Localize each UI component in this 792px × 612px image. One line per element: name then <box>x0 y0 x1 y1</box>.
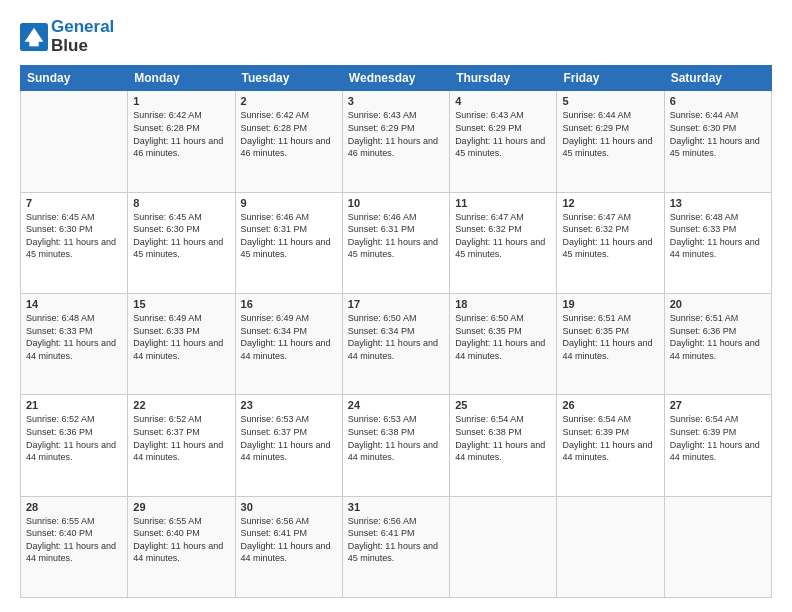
svg-rect-2 <box>29 39 38 46</box>
day-cell: 28Sunrise: 6:55 AMSunset: 6:40 PMDayligh… <box>21 496 128 597</box>
day-cell: 24Sunrise: 6:53 AMSunset: 6:38 PMDayligh… <box>342 395 449 496</box>
day-cell: 22Sunrise: 6:52 AMSunset: 6:37 PMDayligh… <box>128 395 235 496</box>
day-number: 17 <box>348 298 444 310</box>
day-number: 7 <box>26 197 122 209</box>
day-info: Sunrise: 6:56 AMSunset: 6:41 PMDaylight:… <box>348 515 444 565</box>
day-number: 5 <box>562 95 658 107</box>
day-info: Sunrise: 6:45 AMSunset: 6:30 PMDaylight:… <box>133 211 229 261</box>
day-cell <box>557 496 664 597</box>
day-number: 25 <box>455 399 551 411</box>
day-cell: 14Sunrise: 6:48 AMSunset: 6:33 PMDayligh… <box>21 294 128 395</box>
logo-icon <box>20 23 48 51</box>
day-cell: 3Sunrise: 6:43 AMSunset: 6:29 PMDaylight… <box>342 91 449 192</box>
day-cell: 6Sunrise: 6:44 AMSunset: 6:30 PMDaylight… <box>664 91 771 192</box>
day-cell: 7Sunrise: 6:45 AMSunset: 6:30 PMDaylight… <box>21 192 128 293</box>
day-number: 23 <box>241 399 337 411</box>
logo: GeneralBlue <box>20 18 114 55</box>
day-cell <box>450 496 557 597</box>
day-cell: 18Sunrise: 6:50 AMSunset: 6:35 PMDayligh… <box>450 294 557 395</box>
day-info: Sunrise: 6:51 AMSunset: 6:36 PMDaylight:… <box>670 312 766 362</box>
day-number: 14 <box>26 298 122 310</box>
day-cell: 12Sunrise: 6:47 AMSunset: 6:32 PMDayligh… <box>557 192 664 293</box>
day-info: Sunrise: 6:52 AMSunset: 6:37 PMDaylight:… <box>133 413 229 463</box>
day-header-monday: Monday <box>128 66 235 91</box>
day-number: 15 <box>133 298 229 310</box>
day-number: 21 <box>26 399 122 411</box>
day-info: Sunrise: 6:54 AMSunset: 6:38 PMDaylight:… <box>455 413 551 463</box>
day-header-friday: Friday <box>557 66 664 91</box>
day-cell: 11Sunrise: 6:47 AMSunset: 6:32 PMDayligh… <box>450 192 557 293</box>
day-cell: 9Sunrise: 6:46 AMSunset: 6:31 PMDaylight… <box>235 192 342 293</box>
calendar-body: 1Sunrise: 6:42 AMSunset: 6:28 PMDaylight… <box>21 91 772 598</box>
day-info: Sunrise: 6:47 AMSunset: 6:32 PMDaylight:… <box>455 211 551 261</box>
week-row-4: 21Sunrise: 6:52 AMSunset: 6:36 PMDayligh… <box>21 395 772 496</box>
day-number: 11 <box>455 197 551 209</box>
day-cell: 20Sunrise: 6:51 AMSunset: 6:36 PMDayligh… <box>664 294 771 395</box>
day-header-wednesday: Wednesday <box>342 66 449 91</box>
day-info: Sunrise: 6:50 AMSunset: 6:35 PMDaylight:… <box>455 312 551 362</box>
day-number: 18 <box>455 298 551 310</box>
day-cell <box>21 91 128 192</box>
day-info: Sunrise: 6:52 AMSunset: 6:36 PMDaylight:… <box>26 413 122 463</box>
day-number: 27 <box>670 399 766 411</box>
day-cell: 19Sunrise: 6:51 AMSunset: 6:35 PMDayligh… <box>557 294 664 395</box>
day-number: 10 <box>348 197 444 209</box>
calendar-header: SundayMondayTuesdayWednesdayThursdayFrid… <box>21 66 772 91</box>
week-row-2: 7Sunrise: 6:45 AMSunset: 6:30 PMDaylight… <box>21 192 772 293</box>
day-number: 9 <box>241 197 337 209</box>
day-info: Sunrise: 6:54 AMSunset: 6:39 PMDaylight:… <box>670 413 766 463</box>
day-number: 1 <box>133 95 229 107</box>
day-number: 13 <box>670 197 766 209</box>
day-cell: 16Sunrise: 6:49 AMSunset: 6:34 PMDayligh… <box>235 294 342 395</box>
day-cell: 8Sunrise: 6:45 AMSunset: 6:30 PMDaylight… <box>128 192 235 293</box>
day-header-thursday: Thursday <box>450 66 557 91</box>
day-cell: 29Sunrise: 6:55 AMSunset: 6:40 PMDayligh… <box>128 496 235 597</box>
day-info: Sunrise: 6:55 AMSunset: 6:40 PMDaylight:… <box>26 515 122 565</box>
day-number: 30 <box>241 501 337 513</box>
day-info: Sunrise: 6:51 AMSunset: 6:35 PMDaylight:… <box>562 312 658 362</box>
day-number: 2 <box>241 95 337 107</box>
day-info: Sunrise: 6:44 AMSunset: 6:29 PMDaylight:… <box>562 109 658 159</box>
day-number: 26 <box>562 399 658 411</box>
day-info: Sunrise: 6:49 AMSunset: 6:34 PMDaylight:… <box>241 312 337 362</box>
day-info: Sunrise: 6:44 AMSunset: 6:30 PMDaylight:… <box>670 109 766 159</box>
calendar-table: SundayMondayTuesdayWednesdayThursdayFrid… <box>20 65 772 598</box>
day-number: 8 <box>133 197 229 209</box>
day-number: 6 <box>670 95 766 107</box>
day-info: Sunrise: 6:54 AMSunset: 6:39 PMDaylight:… <box>562 413 658 463</box>
day-info: Sunrise: 6:48 AMSunset: 6:33 PMDaylight:… <box>670 211 766 261</box>
day-number: 20 <box>670 298 766 310</box>
day-info: Sunrise: 6:47 AMSunset: 6:32 PMDaylight:… <box>562 211 658 261</box>
day-number: 12 <box>562 197 658 209</box>
header: GeneralBlue <box>20 18 772 55</box>
day-cell: 2Sunrise: 6:42 AMSunset: 6:28 PMDaylight… <box>235 91 342 192</box>
day-cell: 21Sunrise: 6:52 AMSunset: 6:36 PMDayligh… <box>21 395 128 496</box>
day-cell: 30Sunrise: 6:56 AMSunset: 6:41 PMDayligh… <box>235 496 342 597</box>
week-row-1: 1Sunrise: 6:42 AMSunset: 6:28 PMDaylight… <box>21 91 772 192</box>
day-info: Sunrise: 6:48 AMSunset: 6:33 PMDaylight:… <box>26 312 122 362</box>
day-number: 16 <box>241 298 337 310</box>
day-header-sunday: Sunday <box>21 66 128 91</box>
day-cell: 1Sunrise: 6:42 AMSunset: 6:28 PMDaylight… <box>128 91 235 192</box>
day-cell: 27Sunrise: 6:54 AMSunset: 6:39 PMDayligh… <box>664 395 771 496</box>
day-number: 28 <box>26 501 122 513</box>
day-info: Sunrise: 6:49 AMSunset: 6:33 PMDaylight:… <box>133 312 229 362</box>
calendar-page: GeneralBlue SundayMondayTuesdayWednesday… <box>0 0 792 612</box>
day-info: Sunrise: 6:53 AMSunset: 6:37 PMDaylight:… <box>241 413 337 463</box>
day-number: 29 <box>133 501 229 513</box>
day-cell: 5Sunrise: 6:44 AMSunset: 6:29 PMDaylight… <box>557 91 664 192</box>
day-number: 19 <box>562 298 658 310</box>
day-cell: 26Sunrise: 6:54 AMSunset: 6:39 PMDayligh… <box>557 395 664 496</box>
day-info: Sunrise: 6:50 AMSunset: 6:34 PMDaylight:… <box>348 312 444 362</box>
logo-text: GeneralBlue <box>51 18 114 55</box>
day-cell: 15Sunrise: 6:49 AMSunset: 6:33 PMDayligh… <box>128 294 235 395</box>
day-cell: 13Sunrise: 6:48 AMSunset: 6:33 PMDayligh… <box>664 192 771 293</box>
day-info: Sunrise: 6:42 AMSunset: 6:28 PMDaylight:… <box>241 109 337 159</box>
header-row: SundayMondayTuesdayWednesdayThursdayFrid… <box>21 66 772 91</box>
day-number: 31 <box>348 501 444 513</box>
day-cell: 25Sunrise: 6:54 AMSunset: 6:38 PMDayligh… <box>450 395 557 496</box>
day-info: Sunrise: 6:45 AMSunset: 6:30 PMDaylight:… <box>26 211 122 261</box>
day-number: 24 <box>348 399 444 411</box>
day-cell: 4Sunrise: 6:43 AMSunset: 6:29 PMDaylight… <box>450 91 557 192</box>
day-info: Sunrise: 6:55 AMSunset: 6:40 PMDaylight:… <box>133 515 229 565</box>
